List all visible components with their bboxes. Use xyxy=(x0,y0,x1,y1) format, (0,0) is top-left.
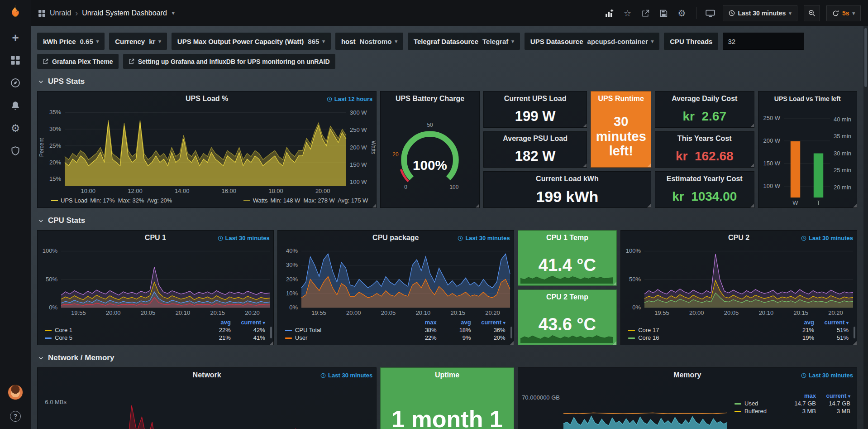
panel-time-override[interactable]: Last 30 minutes xyxy=(458,235,510,241)
panel-title[interactable]: UPS Battery Charge xyxy=(396,95,464,103)
cycle-view-button[interactable] xyxy=(705,7,716,19)
legend-series-toggle[interactable]: Watts Min: 148 W Max: 278 W Avg: 175 W xyxy=(243,197,368,204)
legend-col-avg[interactable]: avg xyxy=(782,318,816,326)
sidebar-item-help[interactable]: ? xyxy=(0,404,31,429)
panel-resize-handle[interactable] xyxy=(270,341,273,345)
grafana-logo[interactable] xyxy=(0,0,31,26)
legend-col-current[interactable]: current ▾ xyxy=(816,318,850,326)
sidebar-item-dashboards[interactable] xyxy=(0,49,31,72)
cpu1-chart[interactable]: 0%50%100%19:5520:0020:0520:1020:1520:20 xyxy=(38,245,273,318)
legend-series-toggle[interactable]: Core 16 xyxy=(626,334,782,342)
scrollbar-thumb[interactable] xyxy=(864,28,867,87)
refresh-picker[interactable]: 5s ▾ xyxy=(826,5,861,21)
panel-resize-handle[interactable] xyxy=(613,282,616,285)
panel-title[interactable]: Current Load kWh xyxy=(536,175,599,183)
legend-col-current[interactable]: current ▾ xyxy=(473,318,507,326)
legend-series-toggle[interactable]: Used xyxy=(733,400,783,407)
ups-bar-chart[interactable]: 100 W150 W200 W250 W20 min25 min30 min35… xyxy=(758,106,857,207)
panel-resize-handle[interactable] xyxy=(750,124,754,127)
panel-time-override[interactable]: Last 30 minutes xyxy=(218,235,270,241)
legend-col-avg[interactable]: avg xyxy=(198,318,233,326)
ups-load-chart[interactable]: 15%20%25%30%35%100 W150 W200 W250 W300 W… xyxy=(38,106,376,196)
variable-value-dropdown[interactable]: apcupsd-container▾ xyxy=(587,38,654,45)
panel-title[interactable]: Uptime xyxy=(435,371,459,379)
caret-down-icon[interactable]: ▾ xyxy=(172,10,175,16)
breadcrumb-section[interactable]: Unraid xyxy=(50,9,71,17)
variable-value-dropdown[interactable]: kr▾ xyxy=(149,38,161,45)
variable-value-dropdown[interactable]: Nostromo▾ xyxy=(360,38,397,45)
legend-scrollbar[interactable] xyxy=(510,327,512,338)
variable-value-dropdown[interactable]: 865▾ xyxy=(308,38,325,45)
panel-resize-handle[interactable] xyxy=(476,204,479,207)
legend-scrollbar[interactable] xyxy=(270,327,272,338)
cpu-threads-input[interactable] xyxy=(723,33,804,50)
row-header-ups-stats[interactable]: UPS Stats xyxy=(38,75,857,88)
legend-col-max[interactable]: max xyxy=(783,392,818,400)
sidebar-item-alerting[interactable] xyxy=(0,94,31,117)
zoom-out-button[interactable] xyxy=(804,5,820,21)
save-button[interactable] xyxy=(658,7,670,19)
star-button[interactable]: ☆ xyxy=(622,7,634,19)
panel-title[interactable]: Current UPS Load xyxy=(504,95,567,103)
panel-resize-handle[interactable] xyxy=(372,204,376,207)
panel-resize-handle[interactable] xyxy=(583,164,587,167)
legend-col-current[interactable]: current ▾ xyxy=(233,318,267,326)
legend-series-toggle[interactable]: Buffered xyxy=(733,407,783,415)
legend-col-avg[interactable]: avg xyxy=(439,318,473,326)
add-panel-button[interactable] xyxy=(604,7,615,19)
panel-title[interactable]: Estimated Yearly Cost xyxy=(667,175,743,183)
cpu2-chart[interactable]: 0%50%100%19:5520:0020:0520:1020:1520:20 xyxy=(621,245,857,318)
panel-time-override[interactable]: Last 12 hours xyxy=(327,96,373,102)
row-header-cpu-stats[interactable]: CPU Stats xyxy=(38,214,857,227)
row-header-network-memory[interactable]: Network / Memory xyxy=(38,352,857,364)
legend-scrollbar[interactable] xyxy=(854,327,855,338)
breadcrumb-dashboard-title[interactable]: Unraid System Dashboard xyxy=(82,9,167,17)
panel-title[interactable]: CPU 1 Temp xyxy=(546,234,588,242)
panel-title[interactable]: CPU 2 xyxy=(728,234,749,242)
panel-resize-handle[interactable] xyxy=(853,204,857,207)
dashboard-settings-button[interactable]: ⚙ xyxy=(676,7,688,19)
panel-title[interactable]: CPU 2 Temp xyxy=(546,293,588,301)
panel-title[interactable]: CPU 1 xyxy=(145,234,166,242)
panel-resize-handle[interactable] xyxy=(750,204,754,207)
panel-resize-handle[interactable] xyxy=(510,341,514,345)
panel-resize-handle[interactable] xyxy=(750,164,754,167)
network-chart[interactable]: 2.0 MBs4.0 MBs6.0 MBs xyxy=(38,382,376,429)
panel-title[interactable]: Memory xyxy=(673,371,701,379)
panel-title[interactable]: Network xyxy=(193,371,221,379)
panel-resize-handle[interactable] xyxy=(583,124,587,127)
sidebar-item-server-admin[interactable] xyxy=(0,140,31,162)
sidebar-item-explore[interactable] xyxy=(0,72,31,94)
memory-chart[interactable]: 50.000000 GB60.000000 GB70.000000 GB xyxy=(518,382,731,429)
share-button[interactable] xyxy=(640,7,652,19)
panel-title[interactable]: This Years Cost xyxy=(677,135,732,143)
legend-series-toggle[interactable]: User xyxy=(283,334,404,342)
time-range-picker[interactable]: Last 30 minutes ▾ xyxy=(723,5,797,21)
panel-title[interactable]: UPS Runtime xyxy=(598,95,644,103)
panel-title[interactable]: Average Daily Cost xyxy=(672,95,737,103)
legend-series-toggle[interactable]: UPS Load Min: 17% Max: 32% Avg: 20% xyxy=(51,197,172,204)
panel-resize-handle[interactable] xyxy=(853,341,857,345)
panel-resize-handle[interactable] xyxy=(647,164,651,167)
dashboard-link-plex-theme[interactable]: Grafana Plex Theme xyxy=(37,54,119,69)
legend-series-toggle[interactable]: Core 1 xyxy=(43,326,198,334)
legend-series-toggle[interactable]: CPU Total xyxy=(283,326,404,334)
panel-time-override[interactable]: Last 30 minutes xyxy=(801,235,853,241)
sidebar-user-avatar[interactable] xyxy=(0,381,31,404)
panel-title[interactable]: CPU package xyxy=(372,234,419,242)
legend-series-toggle[interactable]: Core 5 xyxy=(43,334,198,342)
panel-resize-handle[interactable] xyxy=(647,204,651,207)
sidebar-item-configuration[interactable]: ⚙ xyxy=(0,117,31,140)
panel-time-override[interactable]: Last 30 minutes xyxy=(801,372,853,379)
panel-title[interactable]: Average PSU Load xyxy=(503,135,568,143)
cpu-package-chart[interactable]: 0%10%20%30%40%19:5520:0020:0520:1020:152… xyxy=(278,245,514,318)
legend-col-current[interactable]: current ▾ xyxy=(818,392,852,400)
page-scrollbar[interactable] xyxy=(863,26,868,429)
panel-title[interactable]: UPS Load vs Time left xyxy=(774,95,841,102)
variable-value-dropdown[interactable]: 0.65▾ xyxy=(80,38,99,45)
panel-title[interactable]: UPS Load % xyxy=(186,95,228,103)
panel-time-override[interactable]: Last 30 minutes xyxy=(320,372,372,379)
sidebar-item-create[interactable]: + xyxy=(0,26,31,49)
panel-resize-handle[interactable] xyxy=(613,341,616,345)
variable-value-dropdown[interactable]: Telegraf▾ xyxy=(482,38,514,45)
